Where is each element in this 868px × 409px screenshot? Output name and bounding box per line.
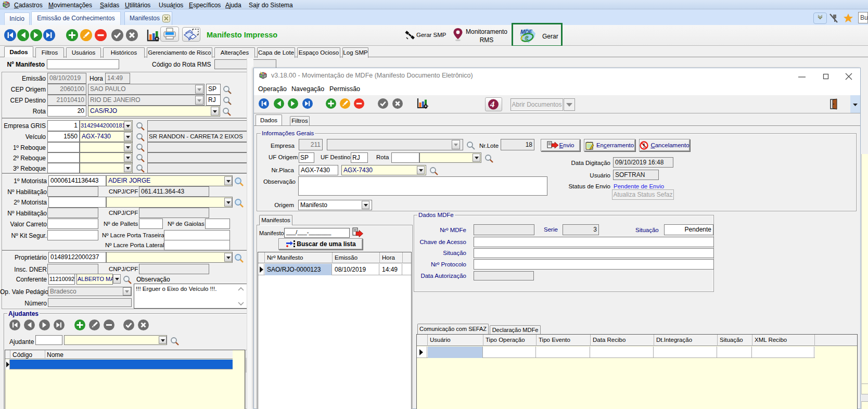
svg-text:e: e: [525, 33, 529, 42]
svg-text:4: 4: [490, 99, 495, 109]
